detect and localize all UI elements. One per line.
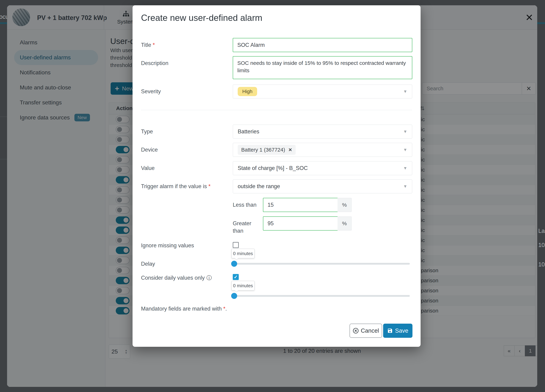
title-label: Title * [141,42,155,48]
required-asterisk: * [223,306,225,312]
frame-separator [0,159,7,159]
save-button[interactable]: Save [383,324,412,338]
type-label: Type [141,129,153,135]
frame-right-text-fragment: 10/ [538,261,545,268]
chevron-down-icon: ▼ [403,129,407,134]
delay-tooltip: 0 minutes [231,249,254,258]
daily-slider-track[interactable] [233,295,410,297]
percent-unit: % [338,198,352,212]
chevron-down-icon: ▼ [403,184,407,189]
chevron-down-icon: ▼ [403,166,407,171]
trigger-label: Trigger alarm if the value is * [141,183,211,190]
daily-values-checkbox[interactable]: ✓ [233,274,239,280]
save-button-label: Save [395,327,408,334]
chip-remove-icon[interactable]: ✕ [288,147,292,153]
greater-than-label-line1: Greater [233,220,251,227]
chevron-down-icon: ▼ [403,89,407,94]
save-floppy-icon [387,328,393,334]
required-asterisk: * [208,183,211,189]
value-label: Value [141,165,155,171]
delay-label: Delay [141,261,155,267]
device-chip: Battery 1 (367724) ✕ [238,145,296,155]
type-select[interactable]: Batteries ▼ [233,125,412,139]
less-than-label: Less than [233,202,256,208]
description-label: Description [141,60,168,67]
value-select[interactable]: State of charge [%] - B_SOC ▼ [233,161,412,175]
chevron-down-icon: ▼ [403,147,407,152]
ignore-missing-label: Ignore missing values [141,242,194,249]
create-alarm-modal: Create new user-defined alarm Title * De… [133,5,421,347]
modal-title: Create new user-defined alarm [141,13,262,23]
greater-than-label-line2: than [233,228,243,234]
trigger-select[interactable]: outside the range ▼ [233,179,412,193]
frame-separator [0,116,7,117]
percent-unit: % [338,216,352,231]
delay-slider-track[interactable] [233,263,410,265]
mandatory-note: Mandatory fields are marked with *. [141,306,227,312]
ignore-missing-checkbox[interactable] [233,242,239,248]
cancel-button[interactable]: Cancel [350,324,382,338]
severity-label: Severity [141,88,161,95]
checkmark-icon: ✓ [234,274,238,280]
section-divider [141,110,412,110]
device-label: Device [141,147,158,153]
cancel-circle-icon [353,328,359,334]
less-than-input[interactable] [263,198,338,212]
daily-values-tooltip: 0 minutes [231,281,254,290]
daily-slider-thumb[interactable] [231,293,237,299]
required-asterisk: * [153,42,155,48]
title-input[interactable] [233,38,412,52]
frame-right-text-fragment: Las [538,227,545,234]
greater-than-input[interactable] [263,216,338,231]
delay-slider-thumb[interactable] [231,261,237,267]
cancel-button-label: Cancel [361,327,379,334]
severity-high-badge: High [238,87,257,96]
device-select[interactable]: Battery 1 (367724) ✕ ▼ [233,143,412,157]
frame-right-text-fragment: 10/ [538,242,545,248]
info-icon[interactable]: ⓘ [206,275,212,281]
daily-values-label: Consider daily values onlyⓘ [141,274,212,282]
description-input[interactable]: SOC needs to stay inside of 15% to 95% t… [233,56,412,79]
screen: ocu Las 10/ 10/ PV + 1 battery 702 kWp S… [0,0,545,392]
severity-select[interactable]: High ▼ [233,85,412,98]
